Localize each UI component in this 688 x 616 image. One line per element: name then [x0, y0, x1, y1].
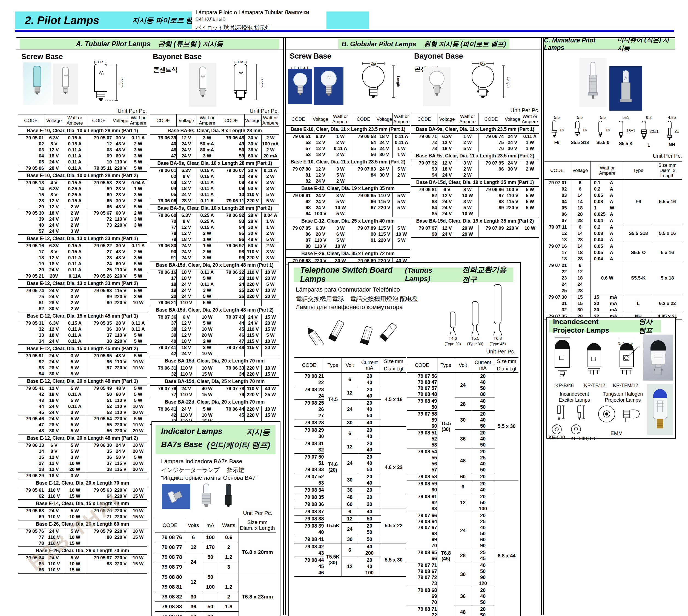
- code-cell: 88: [86, 561, 112, 567]
- projector-lamps-box: Incandescent Projector Lamps 영사 램프: [546, 317, 676, 439]
- table-header: CODEVoltageWatt or AmpereCODEVoltageWatt…: [150, 114, 279, 127]
- table-row: 79 07 9212 V3 W79 07 9524 V3 W: [411, 160, 539, 166]
- line: 90: [471, 574, 495, 580]
- voltage-cell: 220 V: [112, 528, 129, 534]
- watt-cell: 2 W: [261, 147, 279, 153]
- watt-cell: 3 W: [457, 199, 478, 205]
- voltage-cell: 28 V: [112, 320, 129, 326]
- watt-cell: 10 W: [330, 243, 351, 250]
- watt-cell: 0.11 A: [64, 403, 86, 410]
- watt-cell: 0.11 A: [64, 159, 86, 166]
- current-cell: 4050: [471, 398, 495, 411]
- watt-cell: 3 W: [196, 287, 218, 293]
- column-header: Voltage: [176, 114, 196, 127]
- a-screw-table-wrap: CODEVoltageWatt or AmpereCODEVoltageWatt…: [18, 114, 147, 574]
- line: 55: [407, 455, 437, 461]
- blue-rule: [15, 30, 674, 32]
- code-cell: 79 08 3940: [295, 523, 324, 536]
- watt-cell: 5 W: [457, 146, 478, 152]
- code-cell: 57: [18, 228, 44, 235]
- a-bayonet-unit-label: Unit Per Pc.: [231, 108, 279, 114]
- watt-cell: 0.11 A: [129, 243, 147, 249]
- code-cell: 36: [86, 455, 112, 461]
- ma-cell: 20: [202, 612, 219, 616]
- line: 20: [358, 387, 381, 393]
- watt-cell: 3 W: [64, 410, 86, 416]
- watt-cell: 20 W: [196, 332, 218, 338]
- code-cell: 79 06 13: [18, 442, 44, 448]
- voltage-cell: 18 V: [311, 152, 330, 158]
- watt-cell: 0.11 A: [196, 192, 218, 198]
- table-row: 4830 V5 W56220 V20 W: [18, 428, 147, 434]
- code-cell: 79 06 92: [218, 212, 244, 218]
- base-view-diagrams: [550, 424, 591, 435]
- code-cell: 04: [18, 153, 44, 159]
- column-header: Voltage: [44, 114, 64, 127]
- indicator-bulb-2-image: [197, 483, 215, 509]
- voltage-cell: 12 V: [44, 255, 64, 261]
- ma-cell: 100: [202, 532, 219, 542]
- voltage-cell: 24 V: [311, 199, 330, 205]
- voltage-cell: 220 V: [112, 300, 129, 306]
- voltage-cell: 24 V: [504, 140, 521, 146]
- watt-cell: 3 W: [330, 225, 351, 232]
- voltage-cell: 12 V: [176, 332, 196, 338]
- code-cell: 79 08 83: [155, 602, 185, 612]
- table-row: 79 05 316.3V0.15 A79 05 3528 V0.11 A: [18, 320, 147, 326]
- projector-emm-label: EMM: [610, 431, 623, 436]
- code-cell: 50: [218, 147, 244, 153]
- b-screw-table: CODEVoltageWatt or AmpereCODEVoltageWatt…: [286, 113, 410, 264]
- table-row: 4728 V5 W55220 V10 W: [18, 422, 147, 428]
- indicator-table: CODEVoltsmAWattsSize mm Diam. x Length79…: [155, 518, 276, 616]
- line: 20: [358, 427, 381, 433]
- table-row: 5712 V0.11 A5524 V1 W: [286, 146, 410, 152]
- code-cell: 79 06 06: [150, 198, 176, 204]
- code-cell: 46: [150, 147, 176, 153]
- tel-diagram-name-1: T5.5: [471, 336, 479, 340]
- line: 79 08 38: [295, 516, 324, 522]
- code-cell: 52: [86, 403, 112, 410]
- group-title-row: Base BA-9s, Clear, Dia. 10 x Length 28 m…: [150, 159, 279, 167]
- watt-cell: 5 W: [196, 300, 218, 306]
- watt-cell: 1W: [590, 205, 624, 211]
- code-cell: 79 06 07: [218, 167, 244, 174]
- code-cell: [86, 228, 112, 235]
- b-screw-photo-2: [314, 67, 343, 105]
- voltage-cell: 18 V: [376, 133, 392, 140]
- column-header: Type: [324, 357, 342, 373]
- table-row: 8212 V10 W87110 V5 W: [411, 193, 539, 199]
- voltage-cell: [376, 243, 392, 250]
- b-screw-table-wrap: CODEVoltageWatt or AmpereCODEVoltageWatt…: [286, 113, 410, 264]
- line: 22: [295, 379, 324, 386]
- group-title-row: Base BA-9s, Clear, Dia. 11 x Length 23.5…: [411, 125, 539, 133]
- code-cell: 88: [478, 199, 504, 205]
- line: 40: [358, 433, 381, 440]
- watt-cell: [129, 541, 147, 547]
- table-row: 1824 V0.11 A24220 V5 W: [150, 282, 279, 287]
- watt-unit: W: [610, 205, 614, 211]
- code-cell: 79 05 31: [18, 320, 44, 326]
- watt-cell: 10 W: [521, 225, 539, 232]
- voltage-cell: 6.3V: [44, 320, 64, 326]
- watt-cell: 5 W: [64, 385, 86, 392]
- globe-bulb-image: [428, 70, 445, 104]
- table-row: 79 05 166.3V0.15 A79 05 2230 V0.11 A: [18, 243, 147, 249]
- table-row: 79 06 3912 V3 W79 06 4830 V2 W: [150, 135, 279, 141]
- size-cell: 4.5 x 16: [381, 373, 406, 426]
- volts-cell: 12: [185, 542, 202, 552]
- code-cell: 78: [150, 230, 176, 237]
- line: 26: [295, 406, 324, 413]
- line: 40: [471, 417, 495, 423]
- voltage-cell: 60 V: [112, 261, 129, 267]
- watts-cell: [219, 572, 239, 582]
- voltage-cell: 110 V: [244, 326, 261, 332]
- watt-cell: 5 W: [457, 205, 478, 211]
- voltage-cell: 220 V: [112, 166, 129, 172]
- watt-cell: 10 W: [196, 351, 218, 357]
- watt-cell: [129, 306, 147, 312]
- code-cell: 79 08 2122: [295, 373, 324, 386]
- code-cell: 86: [286, 232, 311, 237]
- table-row: 9424 V2 W: [411, 172, 539, 178]
- line: 40: [358, 447, 381, 453]
- voltage-cell: 18 V: [437, 166, 457, 172]
